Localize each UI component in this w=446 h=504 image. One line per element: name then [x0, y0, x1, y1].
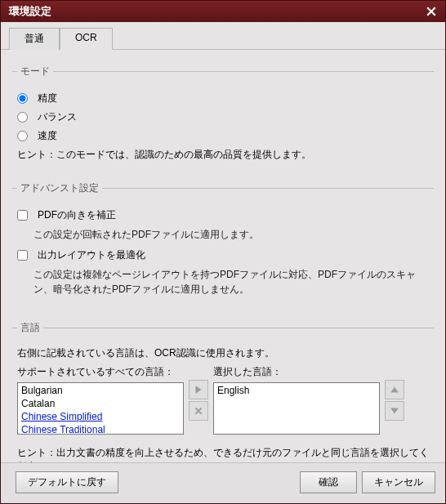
x-icon [194, 406, 203, 416]
tab-ocr[interactable]: OCR [60, 28, 113, 50]
titlebar: 環境設定 [1, 1, 445, 22]
language-note: 右側に記載されている言語は、OCR認識に使用されます。 [17, 346, 430, 360]
language-group: 言語 右側に記載されている言語は、OCR認識に使用されます。 サポートされている… [12, 321, 434, 462]
arrow-down-icon [390, 406, 399, 416]
advanced-legend: アドバンスト設定 [17, 181, 102, 195]
tabstrip: 普通 OCR [1, 22, 445, 50]
radio-precision-label: 精度 [38, 91, 57, 105]
close-button[interactable] [422, 4, 440, 19]
move-up-button[interactable] [385, 380, 404, 399]
content: モード 精度 バランス 速度 ヒント：このモードでは、認識のための最高の品質を提… [1, 50, 445, 462]
dialog-title: 環境設定 [9, 4, 422, 19]
add-language-button[interactable] [189, 380, 208, 399]
move-down-button[interactable] [385, 401, 404, 421]
list-item[interactable]: English [215, 384, 378, 397]
preferences-dialog: 環境設定 普通 OCR モード 精度 バランス 速度 ヒント：このモードでは、認… [0, 0, 446, 504]
selected-label: 選択した言語： [213, 365, 380, 379]
selected-listbox[interactable]: English [213, 382, 380, 435]
check-pdf-orientation[interactable] [17, 210, 28, 221]
mode-legend: モード [17, 65, 53, 78]
list-item[interactable]: Chinese Traditional [19, 423, 182, 435]
list-item[interactable]: Chinese Simplified [19, 410, 182, 423]
language-transfer: サポートされているすべての言語： BulgarianCatalanChinese… [17, 365, 430, 435]
pdf-orientation-sub: この設定が回転されたPDFファイルに適用します。 [33, 227, 430, 242]
mode-hint: ヒント：このモードでは、認識のための最高の品質を提供します。 [17, 148, 430, 162]
check-pdf-orientation-label: PDFの向きを補正 [38, 208, 116, 222]
output-layout-sub: この設定は複雑なページレイアウトを持つPDFファイルに対応、PDFファイルのスキ… [33, 267, 430, 297]
supported-listbox[interactable]: BulgarianCatalanChinese SimplifiedChines… [17, 382, 184, 435]
check-output-layout-label: 出力レイアウトを最適化 [38, 248, 145, 262]
radio-speed[interactable] [17, 131, 28, 141]
supported-label: サポートされているすべての言語： [17, 365, 184, 379]
ok-button[interactable]: 確認 [300, 471, 357, 493]
list-item[interactable]: Bulgarian [19, 384, 182, 397]
radio-balance[interactable] [17, 112, 28, 123]
remove-language-button[interactable] [189, 401, 208, 421]
radio-precision[interactable] [17, 93, 28, 104]
language-hint: ヒント：出力文書の精度を向上させるため、できるだけ元のファイルと同じ言語を選択し… [17, 446, 430, 462]
defaults-button[interactable]: デフォルトに戻す [16, 471, 118, 493]
cancel-button[interactable]: キャンセル [362, 471, 435, 493]
list-item[interactable]: Catalan [19, 397, 182, 410]
arrow-up-icon [390, 385, 399, 395]
tab-normal[interactable]: 普通 [9, 28, 60, 50]
radio-balance-label: バランス [38, 110, 77, 124]
arrow-right-icon [194, 385, 203, 395]
check-output-layout[interactable] [17, 250, 28, 261]
mode-group: モード 精度 バランス 速度 ヒント：このモードでは、認識のための最高の品質を提… [12, 65, 434, 175]
button-bar: デフォルトに戻す 確認 キャンセル [1, 462, 445, 503]
radio-speed-label: 速度 [38, 129, 57, 143]
language-legend: 言語 [17, 321, 43, 335]
close-icon [426, 7, 436, 16]
advanced-group: アドバンスト設定 PDFの向きを補正 この設定が回転されたPDFファイルに適用し… [12, 181, 434, 314]
